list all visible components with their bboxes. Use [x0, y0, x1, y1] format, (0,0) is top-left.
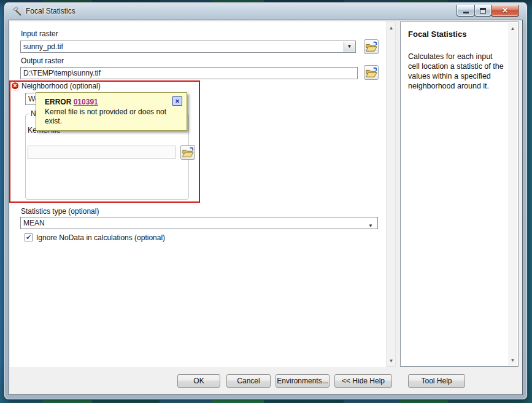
- kernel-file-input[interactable]: [28, 146, 175, 159]
- tool-help-button[interactable]: Tool Help: [408, 374, 465, 388]
- tooltip-close-button[interactable]: ✕: [172, 96, 182, 106]
- statistics-type-combobox[interactable]: MEAN ▼: [20, 217, 378, 229]
- ignore-nodata-label: Ignore NoData in calculations (optional): [36, 233, 165, 242]
- title-bar[interactable]: Focal Statistics ✕: [4, 2, 527, 20]
- kernel-file-browse-button[interactable]: [180, 145, 195, 160]
- hammer-tool-icon: [12, 6, 23, 17]
- help-body-text: Calculates for each input cell location …: [408, 52, 505, 91]
- open-folder-icon: [365, 66, 377, 79]
- help-title: Focal Statistics: [408, 29, 466, 39]
- error-heading: ERROR 010391: [45, 98, 98, 106]
- form-scrollbar[interactable]: ▲ ▼: [387, 22, 396, 367]
- output-raster-browse-button[interactable]: [364, 65, 379, 80]
- output-raster-value: D:\TEMP\temp\sunny.tif: [23, 69, 101, 77]
- maximize-icon: [480, 8, 486, 14]
- error-tooltip: ERROR 010391 Kernel file is not provided…: [36, 92, 187, 131]
- hide-help-button[interactable]: << Hide Help: [334, 374, 392, 388]
- close-icon: ✕: [175, 98, 180, 104]
- ok-button[interactable]: OK: [177, 374, 220, 388]
- tool-form-panel: Input raster sunny_pd.tif ▼ Output raste…: [10, 22, 386, 367]
- chevron-down-icon: ▼: [368, 221, 373, 229]
- scroll-up-icon[interactable]: ▲: [508, 23, 517, 33]
- close-icon: ✕: [502, 7, 508, 14]
- output-raster-label: Output raster: [21, 57, 64, 65]
- desktop: Focal Statistics ✕ Input raster sunny_pd…: [0, 0, 532, 403]
- input-raster-browse-button[interactable]: [364, 39, 379, 54]
- scroll-down-icon[interactable]: ▼: [508, 355, 517, 365]
- window-title: Focal Statistics: [26, 7, 75, 15]
- error-status-icon: ✕: [10, 81, 20, 90]
- environments-button[interactable]: Environments...: [276, 374, 330, 388]
- minimize-icon: [463, 12, 469, 14]
- focal-statistics-window: Focal Statistics ✕ Input raster sunny_pd…: [4, 2, 527, 399]
- window-controls: ✕: [457, 5, 519, 17]
- input-raster-combobox[interactable]: sunny_pd.tif ▼: [20, 41, 356, 53]
- checkmark-icon: ✔: [26, 234, 31, 241]
- help-panel: Focal Statistics Calculates for each inp…: [400, 22, 519, 367]
- input-raster-dropdown-button[interactable]: ▼: [344, 42, 355, 52]
- minimize-button[interactable]: [457, 5, 475, 17]
- error-message: Kernel file is not provided or does not …: [45, 108, 175, 126]
- open-folder-icon: [365, 41, 377, 53]
- chevron-down-icon: ▼: [347, 41, 352, 52]
- close-button[interactable]: ✕: [491, 5, 519, 17]
- cancel-button[interactable]: Cancel: [226, 374, 271, 388]
- neighborhood-label: Neighborhood (optional): [21, 82, 101, 90]
- help-scrollbar[interactable]: ▲ ▼: [508, 23, 517, 366]
- dialog-body: Input raster sunny_pd.tif ▼ Output raste…: [9, 20, 523, 395]
- open-folder-icon: [182, 146, 194, 158]
- error-x-icon: ✕: [13, 84, 17, 88]
- maximize-button[interactable]: [474, 5, 492, 17]
- scroll-up-icon[interactable]: ▲: [387, 23, 395, 33]
- input-raster-label: Input raster: [21, 29, 58, 38]
- output-raster-input[interactable]: D:\TEMP\temp\sunny.tif: [20, 67, 358, 79]
- error-code-link[interactable]: 010391: [74, 98, 98, 106]
- statistics-type-value: MEAN: [23, 219, 45, 227]
- statistics-type-label: Statistics type (optional): [21, 207, 99, 216]
- input-raster-value: sunny_pd.tif: [23, 42, 63, 51]
- scroll-down-icon[interactable]: ▼: [387, 356, 395, 366]
- error-prefix: ERROR: [45, 98, 71, 106]
- ignore-nodata-checkbox[interactable]: ✔: [25, 233, 33, 241]
